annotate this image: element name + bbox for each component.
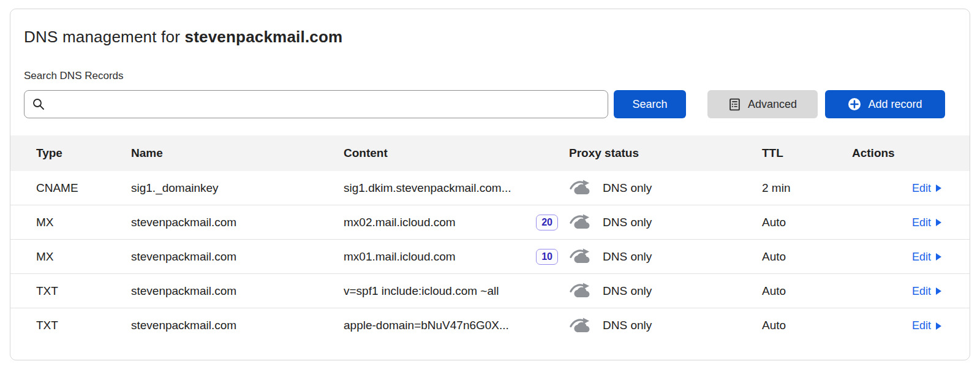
table-row: TXT stevenpackmail.com apple-domain=bNuV… [10, 308, 970, 343]
edit-caret-icon [936, 184, 941, 192]
record-name: stevenpackmail.com [131, 250, 344, 264]
page-title-domain: stevenpackmail.com [184, 28, 342, 46]
record-content: apple-domain=bNuV47n6G0X... [344, 319, 509, 332]
plus-circle-icon [848, 97, 861, 111]
dns-only-cloud-icon [569, 317, 594, 335]
edit-link[interactable]: Edit [912, 285, 941, 298]
record-ttl: Auto [762, 216, 852, 229]
record-type: MX [36, 216, 131, 229]
advanced-button-label: Advanced [748, 98, 797, 111]
proxy-status: DNS only [603, 216, 652, 229]
search-input-wrapper[interactable] [24, 90, 608, 118]
proxy-status: DNS only [603, 250, 652, 264]
record-content-cell: mx01.mail.icloud.com 10 [344, 249, 569, 265]
record-content: v=spf1 include:icloud.com ~all [344, 284, 499, 298]
proxy-status-cell: DNS only [569, 248, 762, 265]
record-actions-cell: Edit [852, 181, 941, 195]
dns-only-cloud-icon [569, 213, 594, 231]
record-content: mx02.mail.icloud.com [344, 216, 456, 229]
edit-caret-icon [936, 322, 941, 330]
record-content-cell: mx02.mail.icloud.com 20 [344, 215, 569, 230]
record-actions-cell: Edit [852, 319, 941, 332]
column-header-content: Content [344, 146, 569, 160]
record-type: TXT [36, 319, 131, 332]
record-content: mx01.mail.icloud.com [344, 250, 456, 264]
proxy-status: DNS only [603, 181, 652, 195]
dns-only-cloud-icon [569, 179, 594, 197]
record-name: stevenpackmail.com [131, 284, 344, 298]
edit-link-label: Edit [912, 319, 931, 332]
search-button[interactable]: Search [614, 90, 686, 118]
table-row: MX stevenpackmail.com mx01.mail.icloud.c… [10, 240, 970, 274]
table-row: TXT stevenpackmail.com v=spf1 include:ic… [10, 274, 970, 308]
proxy-status-cell: DNS only [569, 179, 762, 197]
proxy-status-cell: DNS only [569, 282, 762, 300]
record-content-cell: v=spf1 include:icloud.com ~all [344, 284, 569, 298]
search-input[interactable] [51, 91, 600, 118]
record-type: MX [36, 250, 131, 264]
record-actions-cell: Edit [852, 216, 941, 229]
proxy-status-cell: DNS only [569, 213, 762, 231]
record-actions-cell: Edit [852, 250, 941, 264]
record-content-cell: apple-domain=bNuV47n6G0X... [344, 319, 569, 332]
record-name: stevenpackmail.com [131, 216, 344, 229]
record-ttl: Auto [762, 319, 852, 332]
column-header-name: Name [131, 146, 344, 160]
advanced-button[interactable]: Advanced [707, 90, 818, 118]
proxy-status: DNS only [603, 319, 652, 332]
column-header-proxy-status: Proxy status [569, 146, 762, 160]
record-ttl: Auto [762, 250, 852, 264]
record-content: sig1.dkim.stevenpackmail.com... [344, 181, 511, 195]
record-name: stevenpackmail.com [131, 319, 344, 332]
proxy-status: DNS only [603, 284, 652, 298]
column-header-ttl: TTL [762, 146, 852, 160]
edit-link-label: Edit [912, 216, 931, 229]
edit-link[interactable]: Edit [912, 251, 941, 264]
advanced-list-icon [728, 98, 741, 111]
controls-row: Search Advanced Add record [24, 90, 945, 118]
table-row: MX stevenpackmail.com mx02.mail.icloud.c… [10, 205, 970, 240]
priority-badge: 10 [536, 249, 558, 265]
column-header-actions: Actions [852, 146, 941, 160]
dns-management-card: DNS management for stevenpackmail.com Se… [10, 9, 970, 360]
add-record-button[interactable]: Add record [825, 90, 945, 118]
edit-link[interactable]: Edit [912, 319, 941, 332]
record-name: sig1._domainkey [131, 181, 344, 195]
dns-only-cloud-icon [569, 248, 594, 265]
edit-caret-icon [936, 287, 941, 295]
record-content-cell: sig1.dkim.stevenpackmail.com... [344, 181, 569, 195]
proxy-status-cell: DNS only [569, 317, 762, 335]
edit-link[interactable]: Edit [912, 216, 941, 229]
page-title: DNS management for stevenpackmail.com [24, 28, 956, 47]
record-type: TXT [36, 284, 131, 298]
table-header: Type Name Content Proxy status TTL Actio… [10, 135, 970, 171]
search-label: Search DNS Records [24, 70, 956, 82]
record-type: CNAME [36, 181, 131, 195]
table-row: CNAME sig1._domainkey sig1.dkim.stevenpa… [10, 171, 970, 205]
priority-badge: 20 [536, 215, 558, 230]
edit-link-label: Edit [912, 182, 931, 195]
edit-link[interactable]: Edit [912, 182, 941, 195]
edit-link-label: Edit [912, 285, 931, 298]
add-record-button-label: Add record [868, 98, 922, 111]
dns-only-cloud-icon [569, 282, 594, 300]
column-header-type: Type [36, 146, 131, 160]
record-ttl: 2 min [762, 181, 852, 195]
table-body: CNAME sig1._domainkey sig1.dkim.stevenpa… [10, 171, 970, 343]
record-actions-cell: Edit [852, 284, 941, 298]
edit-link-label: Edit [912, 251, 931, 264]
edit-caret-icon [936, 219, 941, 226]
page-title-prefix: DNS management for [24, 28, 184, 46]
edit-caret-icon [936, 253, 941, 261]
record-ttl: Auto [762, 284, 852, 298]
search-icon [32, 97, 45, 111]
